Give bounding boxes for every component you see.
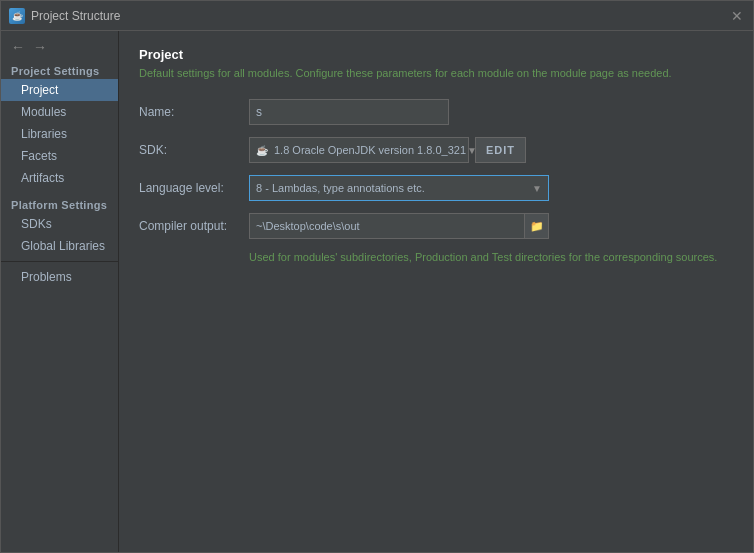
app-icon: ☕ (9, 8, 25, 24)
language-level-label: Language level: (139, 181, 249, 195)
main-panel: Project Default settings for all modules… (119, 31, 753, 552)
sdk-label: SDK: (139, 143, 249, 157)
sidebar-item-modules[interactable]: Modules (1, 101, 118, 123)
page-title: Project (139, 47, 733, 62)
compiler-hint: Used for modules' subdirectories, Produc… (249, 251, 733, 263)
compiler-folder-button[interactable]: 📁 (524, 214, 548, 238)
sidebar: ← → Project Settings Project Modules Lib… (1, 31, 119, 552)
name-row: Name: (139, 99, 733, 125)
folder-icon: 📁 (530, 220, 544, 233)
sidebar-item-facets[interactable]: Facets (1, 145, 118, 167)
sdk-select[interactable]: 1.8 Oracle OpenJDK version 1.8.0_321 (274, 144, 467, 156)
sidebar-item-global-libraries[interactable]: Global Libraries (1, 235, 118, 257)
edit-button[interactable]: EDIT (475, 137, 526, 163)
language-level-select[interactable]: 8 - Lambdas, type annotations etc. (256, 182, 532, 194)
nav-arrows: ← → (1, 37, 118, 61)
title-bar: ☕ Project Structure ✕ (1, 1, 753, 31)
window-title: Project Structure (31, 9, 723, 23)
language-level-row: Language level: 8 - Lambdas, type annota… (139, 175, 733, 201)
sdk-select-wrapper[interactable]: ☕ 1.8 Oracle OpenJDK version 1.8.0_321 ▼ (249, 137, 469, 163)
sidebar-item-project[interactable]: Project (1, 79, 118, 101)
page-description: Default settings for all modules. Config… (139, 66, 733, 81)
sidebar-item-libraries[interactable]: Libraries (1, 123, 118, 145)
compiler-output-input[interactable] (250, 220, 524, 232)
project-structure-window: ☕ Project Structure ✕ ← → Project Settin… (0, 0, 754, 553)
close-button[interactable]: ✕ (729, 8, 745, 24)
lang-chevron-icon: ▼ (532, 183, 542, 194)
sdk-controls: ☕ 1.8 Oracle OpenJDK version 1.8.0_321 ▼… (249, 137, 526, 163)
sidebar-item-artifacts[interactable]: Artifacts (1, 167, 118, 189)
sdk-row: SDK: ☕ 1.8 Oracle OpenJDK version 1.8.0_… (139, 137, 733, 163)
sidebar-divider (1, 261, 118, 262)
sidebar-item-sdks[interactable]: SDKs (1, 213, 118, 235)
content-area: ← → Project Settings Project Modules Lib… (1, 31, 753, 552)
platform-settings-header: Platform Settings (1, 195, 118, 213)
name-input[interactable] (249, 99, 449, 125)
compiler-output-row: Compiler output: 📁 (139, 213, 733, 239)
forward-button[interactable]: → (31, 39, 49, 55)
sidebar-item-problems[interactable]: Problems (1, 266, 118, 288)
java-icon: ☕ (254, 142, 270, 158)
project-settings-header: Project Settings (1, 61, 118, 79)
name-label: Name: (139, 105, 249, 119)
compiler-input-wrapper: 📁 (249, 213, 549, 239)
back-button[interactable]: ← (9, 39, 27, 55)
lang-select-wrapper[interactable]: 8 - Lambdas, type annotations etc. ▼ (249, 175, 549, 201)
compiler-output-label: Compiler output: (139, 219, 249, 233)
